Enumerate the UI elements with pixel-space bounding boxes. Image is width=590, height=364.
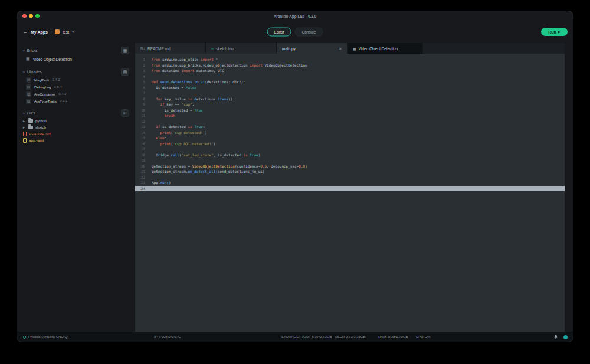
zoom-window-icon[interactable] xyxy=(35,14,40,18)
line-content: from arduino.app_utils import * xyxy=(149,57,218,63)
line-content: detection_stream = VideoObjectDetection(… xyxy=(149,163,307,169)
code-line-6[interactable]: 6 is_detected = False xyxy=(135,85,565,91)
file-tree-item-app-yaml[interactable]: app.yaml xyxy=(23,137,129,143)
code-line-24[interactable]: 24 xyxy=(135,186,565,192)
code-line-10[interactable]: 10 is_detected = True xyxy=(135,107,565,113)
library-icon: ▤ xyxy=(26,91,31,97)
file-tree-item-python[interactable]: ▸python xyxy=(23,117,129,124)
chevron-right-icon: ▸ xyxy=(23,126,26,129)
sidebar-item-library[interactable]: ▤ArxContainer0.7.0 xyxy=(23,90,129,97)
file-label: app.yaml xyxy=(29,138,44,142)
line-content: print('cup detected!') xyxy=(149,130,207,136)
ip-status: IP: F908:0:0:0::C xyxy=(154,335,181,339)
library-version: 0.3.1 xyxy=(60,99,67,103)
library-version: 0.8.4 xyxy=(54,85,62,88)
tab-video-object-detection[interactable]: ▦Video Object Detection xyxy=(348,43,423,54)
close-icon[interactable]: × xyxy=(339,46,342,51)
library-version: 0.4.2 xyxy=(52,78,60,81)
code-line-20[interactable]: 20detection_stream = VideoObjectDetectio… xyxy=(135,163,565,169)
breadcrumb-separator: / xyxy=(51,30,52,34)
window-title: Arduino App Lab - 0.2.0 xyxy=(17,14,573,18)
file-tree-item-sketch[interactable]: ▸sketch xyxy=(23,124,129,130)
code-line-9[interactable]: 9 if key == "cup": xyxy=(135,101,565,107)
code-token: if xyxy=(160,102,164,106)
section-bricks-header[interactable]: ▾ Bricks ▦ xyxy=(23,46,129,55)
code-line-22[interactable]: 22 xyxy=(135,175,565,181)
code-token: True xyxy=(250,153,258,157)
code-token: : xyxy=(192,102,195,106)
tab-editor[interactable]: Editor xyxy=(267,28,291,37)
files-action-button[interactable]: ⊞ xyxy=(121,109,129,117)
code-token: True xyxy=(194,108,202,112)
code-token: VideoObjectDetection xyxy=(263,63,307,67)
line-number: 21 xyxy=(135,169,149,175)
run-button[interactable]: Run ▶ xyxy=(541,28,568,36)
code-token: ) xyxy=(205,130,207,135)
bell-icon[interactable] xyxy=(553,335,558,339)
code-token: : xyxy=(165,136,167,140)
code-line-14[interactable]: 14 print('cup detected!') xyxy=(135,130,565,136)
code-line-11[interactable]: 11 break xyxy=(135,113,565,119)
line-number: 16 xyxy=(135,141,149,147)
code-line-8[interactable]: 8 for key, value in detections.items(): xyxy=(135,96,565,102)
library-icon: ▤ xyxy=(26,77,31,83)
current-app-name[interactable]: test xyxy=(63,30,69,34)
line-number: 9 xyxy=(135,101,149,107)
tab-readme-md[interactable]: M↓README.md xyxy=(135,43,206,54)
code-token: , debounce_sec= xyxy=(267,164,299,168)
library-name: ArxTypeTraits xyxy=(34,99,57,103)
folder-icon xyxy=(28,119,33,123)
code-line-18[interactable]: 18 Bridge.call("set_led_state", is_detec… xyxy=(135,152,565,158)
code-line-3[interactable]: 3from datetime import datetime, UTC xyxy=(135,68,565,74)
sidebar-item-library[interactable]: ▤DebugLog0.8.4 xyxy=(23,83,129,90)
code-editor[interactable]: 1from arduino.app_utils import *2from ar… xyxy=(135,54,565,332)
sidebar-item-brick[interactable]: ▦Video Object Detection xyxy=(23,55,129,63)
section-libraries-header[interactable]: ▾ Libraries ▤ xyxy=(23,67,129,76)
code-line-5[interactable]: 5def send_detections_to_ui(detections: d… xyxy=(135,79,565,85)
code-token xyxy=(152,142,160,146)
section-label: Bricks xyxy=(27,48,38,53)
libraries-action-button[interactable]: ▤ xyxy=(121,68,129,76)
library-version: 0.7.0 xyxy=(58,92,66,96)
code-line-23[interactable]: 23App.run() xyxy=(135,180,565,186)
code-token: (send_detections_to_ui) xyxy=(215,169,264,173)
chevron-down-icon[interactable]: ▾ xyxy=(72,30,74,34)
code-line-19[interactable]: 19 xyxy=(135,158,565,163)
line-content xyxy=(149,175,152,181)
code-token: arduino.app_utils xyxy=(160,57,201,61)
code-line-13[interactable]: 13 if is_detected is True: xyxy=(135,124,565,130)
line-content: def send_detections_to_ui(detections: di… xyxy=(149,79,245,85)
tab-console[interactable]: Console xyxy=(295,28,323,37)
connection-status-icon[interactable] xyxy=(563,335,568,339)
code-line-2[interactable]: 2from arduino.app_bricks.video_objectdet… xyxy=(135,63,565,68)
code-line-7[interactable]: 7 xyxy=(135,90,565,96)
breadcrumb-my-apps[interactable]: My Apps xyxy=(31,30,48,34)
code-token: import xyxy=(182,68,195,73)
device-status[interactable]: Priscilla (Arduino UNO Q) xyxy=(23,335,68,339)
code-line-17[interactable]: 17 xyxy=(135,146,565,152)
code-line-16[interactable]: 16 print('cup NOT detected!') xyxy=(135,141,565,147)
statusbar-right xyxy=(553,335,568,339)
tab-sketch-ino[interactable]: ∞sketch.ino xyxy=(206,43,277,54)
device-icon xyxy=(23,336,26,339)
code-line-1[interactable]: 1from arduino.app_utils import * xyxy=(135,57,565,63)
code-token: def xyxy=(152,80,158,84)
code-line-12[interactable]: 12 xyxy=(135,119,565,124)
code-line-4[interactable]: 4 xyxy=(135,74,565,80)
line-content xyxy=(149,186,152,192)
code-line-21[interactable]: 21detection_stream.on_detect_all(send_de… xyxy=(135,169,565,175)
main-area: ▾ Bricks ▦ ▦Video Object Detection ▾ Lib… xyxy=(17,43,573,332)
code-line-15[interactable]: 15 else: xyxy=(135,135,565,141)
section-files-header[interactable]: ▾ Files ⊞ xyxy=(23,109,129,117)
back-arrow-icon[interactable]: ← xyxy=(22,29,28,35)
bricks-action-button[interactable]: ▦ xyxy=(121,47,129,54)
line-content: detection_stream.on_detect_all(send_dete… xyxy=(149,169,264,175)
minimize-window-icon[interactable] xyxy=(29,14,33,18)
sidebar-item-library[interactable]: ▤ArxTypeTraits0.3.1 xyxy=(23,97,129,104)
close-window-icon[interactable] xyxy=(22,14,27,18)
file-tree-item-readme-md[interactable]: README.md xyxy=(23,130,129,137)
tab-main-py[interactable]: main.py× xyxy=(277,43,348,54)
library-name: MsgPack xyxy=(34,78,49,82)
line-number: 15 xyxy=(135,135,149,141)
sidebar-item-library[interactable]: ▤MsgPack0.4.2 xyxy=(23,76,129,83)
